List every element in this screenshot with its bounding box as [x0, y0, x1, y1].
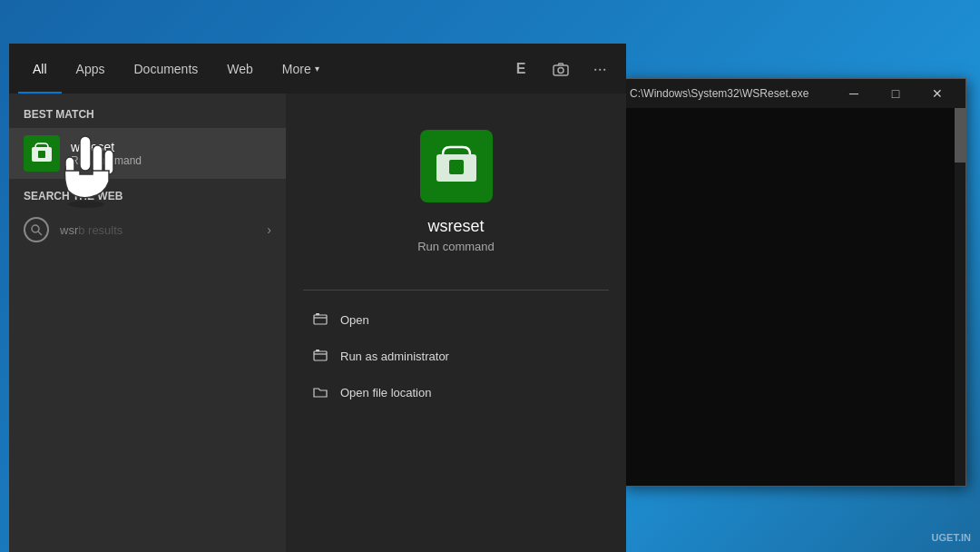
divider-line	[303, 290, 610, 291]
store-icon-svg	[30, 142, 54, 165]
svg-point-1	[558, 67, 564, 73]
desktop: C:\Windows\System32\WSReset.exe ─ □ ✕ Al…	[0, 0, 980, 552]
close-button[interactable]: ✕	[916, 79, 958, 108]
web-search-item[interactable]: wsrb results ›	[9, 210, 286, 250]
context-item-run-as-admin[interactable]: Run as administrator	[304, 338, 608, 374]
search-icon-e[interactable]: E	[505, 53, 537, 85]
svg-rect-7	[449, 160, 464, 174]
svg-rect-9	[316, 313, 319, 315]
svg-rect-11	[316, 350, 319, 351]
file-location-icon	[311, 383, 329, 401]
best-match-label: Best match	[9, 108, 286, 128]
context-label-run-as-admin: Run as administrator	[340, 350, 449, 363]
tab-web[interactable]: Web	[212, 44, 268, 94]
more-arrow-icon: ▾	[315, 64, 319, 74]
svg-rect-8	[314, 315, 327, 324]
minimize-button[interactable]: ─	[833, 79, 875, 108]
cmd-titlebar: C:\Windows\System32\WSReset.exe ─ □ ✕	[622, 79, 965, 108]
right-panel: wsreset Run command Open	[286, 94, 626, 552]
magnifier-icon	[30, 223, 43, 236]
start-menu: All Apps Documents Web More ▾ E	[9, 44, 626, 552]
app-big-icon	[420, 130, 493, 202]
svg-point-4	[32, 225, 39, 232]
search-icon-ellipsis[interactable]: ●●●	[584, 53, 617, 85]
cmd-scrollbar[interactable]	[955, 108, 965, 486]
camera-icon	[553, 61, 569, 77]
restore-button[interactable]: □	[875, 79, 916, 108]
web-search-text: wsrb results	[60, 223, 256, 237]
context-item-open[interactable]: Open	[304, 301, 608, 338]
svg-rect-3	[38, 151, 45, 158]
app-big-subtitle: Run command	[417, 240, 495, 253]
watermark: UGET.IN	[932, 532, 971, 543]
run-as-admin-icon	[311, 347, 329, 365]
tab-more[interactable]: More ▾	[268, 44, 334, 94]
app-preview: wsreset Run command	[286, 94, 626, 290]
search-icon-camera[interactable]	[544, 53, 577, 85]
result-text: wsreset Run command	[71, 140, 142, 167]
open-icon	[311, 310, 329, 329]
context-label-open: Open	[340, 313, 369, 327]
cmd-window: C:\Windows\System32\WSReset.exe ─ □ ✕	[622, 78, 966, 487]
context-menu: Open Run as administrator	[286, 301, 626, 410]
cmd-title-controls: ─ □ ✕	[833, 79, 958, 108]
tab-documents[interactable]: Documents	[119, 44, 212, 94]
svg-rect-0	[554, 65, 568, 75]
content-area: Best match wsreset Run command	[9, 94, 626, 552]
cmd-scrollbar-thumb	[955, 108, 965, 163]
result-subtitle: Run command	[71, 154, 142, 167]
cmd-title-text: C:\Windows\System32\WSReset.exe	[630, 87, 833, 100]
search-circle-icon	[24, 217, 49, 242]
search-tabs: All Apps Documents Web More ▾ E	[9, 44, 626, 94]
web-search-arrow-icon: ›	[267, 222, 271, 237]
tab-all[interactable]: All	[18, 44, 62, 94]
svg-rect-10	[314, 351, 327, 360]
tab-apps[interactable]: Apps	[62, 44, 120, 94]
search-the-web-label: Search the web	[9, 179, 286, 210]
search-icons-right: E ●●●	[505, 53, 617, 85]
cmd-body	[622, 108, 965, 486]
result-name: wsreset	[71, 140, 142, 154]
app-big-name: wsreset	[427, 217, 484, 236]
svg-line-5	[38, 232, 42, 235]
left-panel: Best match wsreset Run command	[9, 94, 286, 552]
wsreset-icon	[24, 135, 60, 172]
app-store-big-icon	[434, 143, 479, 189]
context-label-open-file-location: Open file location	[340, 386, 431, 399]
context-item-open-file-location[interactable]: Open file location	[304, 374, 608, 410]
best-match-item[interactable]: wsreset Run command	[9, 128, 286, 179]
